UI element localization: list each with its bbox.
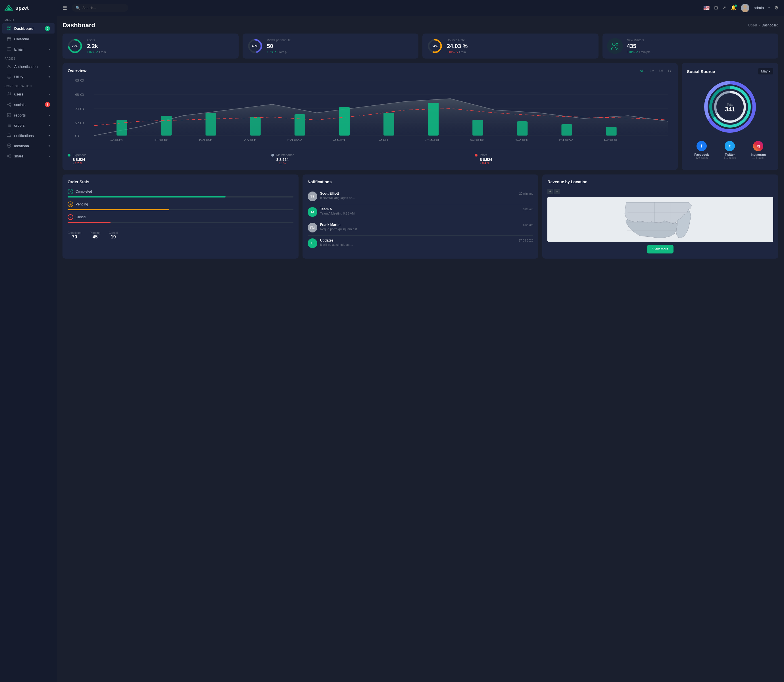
cancel-icon: ✕ [68, 214, 73, 220]
notif-name-teama: Team A [320, 207, 332, 211]
visitors-icon [607, 38, 623, 54]
social-period-label: May [761, 69, 768, 73]
bounce-donut-label: 54% [432, 44, 438, 48]
visitors-stat-name: New Visitors [627, 38, 774, 42]
svg-rect-68 [606, 127, 617, 135]
svg-rect-67 [561, 124, 572, 135]
map-zoom-out[interactable]: − [554, 189, 560, 194]
sidebar-item-utility[interactable]: Utility ▾ [2, 72, 54, 81]
svg-rect-5 [10, 29, 11, 30]
legend-expenses: Expenses $ 8,524 ↓ 1.2 % [68, 153, 266, 165]
filter-1m[interactable]: 1M [649, 69, 655, 73]
sidebar-item-users-label: users [14, 92, 23, 96]
sidebar-item-reports[interactable]: reports ▾ [2, 110, 54, 120]
users-stat-change: 0.02% ↗ [87, 51, 98, 54]
sidebar-item-users[interactable]: users ▾ [2, 89, 54, 99]
sidebar-item-dashboard[interactable]: Dashboard 3 [2, 23, 54, 33]
svg-text:Jun: Jun [332, 139, 345, 141]
stat-card-users: 72% Users 2.2k 0.02% ↗ From... [62, 33, 239, 59]
bounce-stat-change: 0.01% ↘ [447, 51, 458, 54]
users-stat-value: 2.2k [87, 43, 234, 49]
order-sum-completed: Completed 70 [68, 231, 81, 239]
notif-msg-updates: It will be as simple as ... [320, 243, 533, 246]
apps-icon[interactable]: ⊞ [714, 5, 718, 11]
notif-time-frank: 8:54 am [523, 223, 533, 226]
expenses-legend-name: Expenses [73, 153, 86, 156]
notif-avatar-frank: FM [308, 223, 317, 233]
cancel-label: Cancel [76, 215, 86, 219]
pending-progress-fill [68, 209, 169, 210]
pending-progress [68, 209, 293, 210]
admin-label: admin [754, 6, 764, 10]
notification-dot [735, 5, 737, 7]
svg-line-36 [8, 155, 10, 156]
notif-msg-scott: If several languages co... [320, 196, 533, 199]
notifications-icon [7, 133, 11, 138]
stat-cards: 72% Users 2.2k 0.02% ↗ From... [62, 33, 778, 59]
social-donut-container: Total 341 [687, 78, 773, 135]
platform-facebook: f Facebook 125 sales [694, 141, 709, 159]
sidebar-item-calendar[interactable]: Calendar [2, 34, 54, 44]
social-source-title: Social Source [687, 69, 715, 74]
profit-legend-change: ↓ 0.4 % [480, 162, 492, 165]
stat-card-bounce: 54% Bounce Rate 24.03 % 0.01% ↘ From... [422, 33, 598, 59]
notifications-card-title: Notifications [308, 180, 533, 184]
users-donut: 72% [67, 38, 83, 54]
sidebar-item-email[interactable]: Email ▾ [2, 44, 54, 54]
svg-point-45 [612, 43, 615, 46]
visitors-stat-info: New Visitors 435 0.01% ↗ From pre... [627, 38, 774, 54]
views-stat-info: Views per minute 50 1.7% ↗ From p... [267, 38, 414, 54]
sidebar-item-socials-label: socials [14, 103, 25, 107]
utility-chevron-icon: ▾ [49, 75, 50, 78]
chart-header: Overview ALL 1M 6M 1Y [68, 68, 673, 73]
users-chevron-icon: ▾ [49, 92, 50, 96]
dashboard-icon [7, 26, 11, 31]
logo-icon [5, 5, 13, 11]
svg-text:Sep: Sep [470, 139, 484, 141]
notifications-chevron-icon: ▾ [49, 134, 50, 137]
sidebar-item-authentication[interactable]: Authentication ▾ [2, 62, 54, 71]
search-bar: 🔍 [72, 4, 129, 12]
view-more-button[interactable]: View More [647, 245, 673, 253]
avatar [741, 4, 749, 12]
avatar-image [741, 4, 749, 12]
header-right: 🇺🇸 ⊞ ⤢ 🔔 admin ▾ ⚙ [703, 4, 778, 12]
order-summary: Completed 70 Pending 45 Cancel 19 [68, 228, 293, 239]
notification-bell-icon[interactable]: 🔔 [731, 5, 736, 11]
share-chevron-icon: ▾ [49, 155, 50, 158]
flag-icon[interactable]: 🇺🇸 [703, 5, 709, 11]
filter-1y[interactable]: 1Y [667, 69, 673, 73]
order-sum-pending-label: Pending [90, 231, 100, 234]
notif-item-frank: FM Frank Martin 8:54 am Neque porro quis… [308, 220, 533, 236]
visitors-stat-from: From pre... [639, 51, 653, 54]
breadcrumb-separator: › [759, 23, 760, 27]
admin-chevron-icon[interactable]: ▾ [768, 6, 770, 10]
svg-point-18 [10, 105, 11, 107]
filter-6m[interactable]: 6M [658, 69, 664, 73]
charts-row: Overview ALL 1M 6M 1Y 80 60 40 20 [62, 63, 778, 170]
social-period-select[interactable]: May ▾ [758, 68, 773, 75]
svg-rect-61 [294, 114, 305, 135]
hamburger-menu-icon[interactable]: ☰ [62, 5, 67, 11]
notif-name-frank: Frank Martin [320, 223, 340, 227]
sidebar-item-share[interactable]: share ▾ [2, 151, 54, 161]
social-period-chevron-icon: ▾ [769, 69, 770, 73]
map-zoom-in[interactable]: + [547, 189, 553, 194]
svg-rect-12 [7, 75, 11, 78]
logo-text: upzet [15, 5, 29, 11]
filter-all[interactable]: ALL [639, 69, 647, 73]
order-item-completed: ✓ Completed [68, 189, 293, 198]
order-stats-card: Order Stats ✓ Completed ⊞ Pending [62, 174, 299, 258]
bounce-donut: 54% [427, 38, 443, 54]
sidebar-item-socials[interactable]: socials 8 [2, 99, 54, 110]
search-input[interactable] [83, 6, 122, 10]
sidebar-item-notifications[interactable]: notifications ▾ [2, 131, 54, 140]
sidebar-item-locationa[interactable]: locationa ▾ [2, 141, 54, 151]
settings-icon[interactable]: ⚙ [774, 5, 778, 11]
fullscreen-icon[interactable]: ⤢ [722, 5, 726, 11]
pages-section-label: PAGES [0, 54, 57, 61]
chart-legend: Expenses $ 8,524 ↓ 1.2 % Maintenance $ 8… [68, 149, 673, 165]
svg-point-31 [8, 145, 10, 146]
sidebar-item-orders[interactable]: orders ▾ [2, 121, 54, 130]
profit-dot [475, 154, 477, 156]
